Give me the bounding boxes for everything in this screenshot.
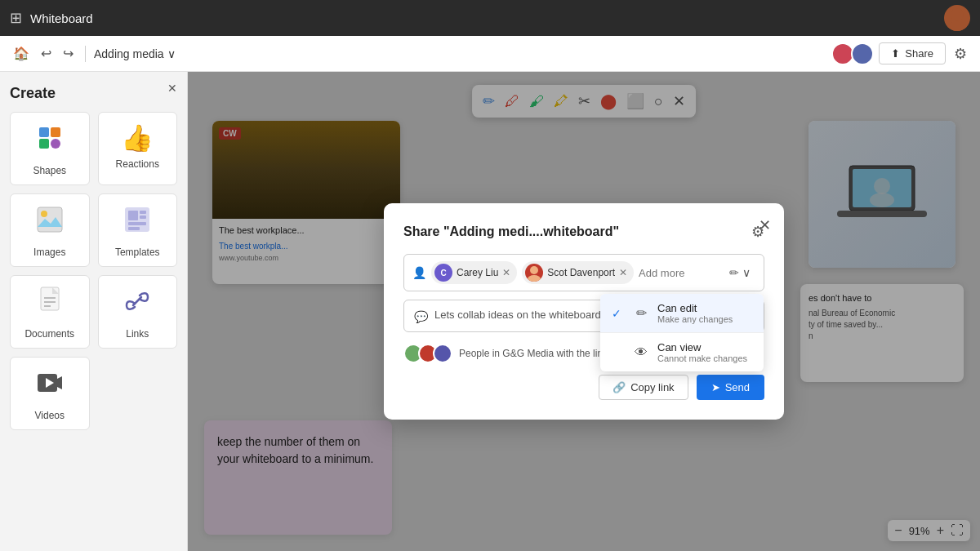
- share-overlay: Share "Adding medi....whiteboard" ⚙ ✕ 👤 …: [188, 72, 980, 551]
- sidebar: ✕ Create Shapes 👍 Reactions: [0, 72, 188, 551]
- send-label: Send: [725, 381, 750, 393]
- people-input-box[interactable]: 👤 C Carey Liu ✕ Scot Davenport ✕: [403, 254, 764, 291]
- can-view-label: Can view: [657, 341, 747, 353]
- breadcrumb-text: Adding media: [94, 47, 164, 60]
- person-chip-scot: Scot Davenport ✕: [522, 261, 634, 284]
- can-edit-label: Can edit: [657, 302, 733, 314]
- create-label: Create: [10, 85, 177, 102]
- breadcrumb[interactable]: Adding media ∨: [94, 47, 176, 60]
- share-button[interactable]: ⬆ Share: [879, 42, 946, 64]
- videos-icon: [34, 367, 65, 405]
- copy-icon: 🔗: [612, 381, 626, 393]
- send-button[interactable]: ➤ Send: [697, 375, 764, 400]
- svg-rect-11: [140, 211, 146, 214]
- sidebar-item-templates[interactable]: Templates: [98, 193, 178, 267]
- scot-remove-icon[interactable]: ✕: [619, 267, 627, 278]
- link-avatar-3: [433, 344, 452, 363]
- links-label: Links: [126, 328, 149, 340]
- send-icon: ➤: [711, 381, 720, 393]
- sidebar-item-documents[interactable]: Documents: [10, 275, 90, 349]
- copy-link-label: Copy link: [630, 381, 674, 393]
- divider: [85, 46, 86, 62]
- svg-point-8: [41, 211, 47, 217]
- svg-point-28: [530, 266, 538, 274]
- videos-label: Videos: [35, 410, 65, 421]
- svg-rect-14: [128, 227, 140, 230]
- templates-icon: [122, 204, 153, 242]
- svg-rect-12: [140, 216, 146, 219]
- dropdown-item-can-edit[interactable]: ✓ ✏ Can edit Make any changes: [600, 294, 764, 332]
- add-more-input[interactable]: [639, 267, 719, 279]
- can-edit-sublabel: Make any changes: [657, 314, 733, 324]
- modal-actions: 🔗 Copy link ➤ Send: [403, 375, 764, 400]
- grid-icon[interactable]: ⊞: [10, 9, 22, 27]
- main-area: ✕ Create Shapes 👍 Reactions: [0, 72, 980, 551]
- edit-icon: ✏: [633, 305, 649, 321]
- sidebar-item-reactions[interactable]: 👍 Reactions: [98, 112, 178, 185]
- share-icon: ⬆: [891, 47, 900, 60]
- action-buttons: 🔗 Copy link ➤ Send: [599, 375, 764, 400]
- collaborator-avatar-2[interactable]: [851, 42, 874, 65]
- templates-label: Templates: [115, 247, 160, 258]
- share-label: Share: [905, 47, 933, 60]
- people-icon: 👤: [412, 266, 426, 279]
- copy-link-button[interactable]: 🔗 Copy link: [599, 375, 688, 400]
- modal-header: Share "Adding medi....whiteboard" ⚙: [403, 223, 764, 241]
- home-icon[interactable]: 🏠: [10, 42, 33, 64]
- permission-dropdown-trigger[interactable]: ✏ ∨: [724, 263, 755, 282]
- svg-rect-6: [38, 207, 62, 232]
- sidebar-close-button[interactable]: ✕: [167, 82, 177, 95]
- documents-label: Documents: [24, 328, 74, 340]
- sidebar-item-videos[interactable]: Videos: [10, 357, 90, 430]
- svg-line-19: [133, 297, 141, 305]
- can-view-sublabel: Cannot make changes: [657, 353, 747, 363]
- canvas-area: ✏ 🖊 🖌 🖍 ✂ ⬤ ⬜ ○ ✕ CW The best workplace.…: [188, 72, 980, 551]
- sidebar-grid: Shapes 👍 Reactions Images: [10, 112, 177, 430]
- user-avatar[interactable]: [944, 5, 970, 31]
- scot-avatar: [525, 264, 543, 282]
- sidebar-item-links[interactable]: Links: [98, 275, 178, 349]
- reactions-label: Reactions: [116, 158, 159, 170]
- svg-rect-4: [39, 139, 49, 149]
- svg-rect-10: [128, 211, 138, 220]
- view-icon: 👁: [633, 345, 649, 360]
- svg-point-5: [51, 139, 60, 149]
- shapes-icon: [34, 122, 65, 160]
- svg-point-0: [951, 8, 964, 21]
- svg-marker-21: [57, 376, 62, 389]
- images-icon: [34, 204, 65, 242]
- share-modal: Share "Adding medi....whiteboard" ⚙ ✕ 👤 …: [384, 203, 784, 420]
- svg-rect-15: [41, 287, 59, 310]
- link-avatars: [403, 344, 452, 363]
- check-icon: ✓: [612, 307, 625, 320]
- breadcrumb-chevron: ∨: [167, 47, 176, 60]
- dropdown-item-can-view[interactable]: ✓ 👁 Can view Cannot make changes: [600, 333, 764, 371]
- shapes-label: Shapes: [33, 165, 66, 176]
- modal-close-button[interactable]: ✕: [759, 216, 771, 234]
- person-chip-carey: C Carey Liu ✕: [431, 261, 517, 284]
- svg-rect-13: [128, 222, 146, 225]
- svg-point-29: [528, 275, 541, 282]
- undo-icon[interactable]: ↩: [38, 42, 55, 64]
- svg-rect-2: [39, 127, 49, 137]
- dropdown-chevron-icon: ∨: [742, 266, 751, 279]
- images-label: Images: [33, 247, 65, 258]
- links-icon: [122, 286, 153, 323]
- collaborators-avatars: [831, 42, 874, 65]
- sidebar-item-images[interactable]: Images: [10, 193, 90, 267]
- svg-rect-3: [51, 127, 60, 137]
- sidebar-item-shapes[interactable]: Shapes: [10, 112, 90, 185]
- secondbar: 🏠 ↩ ↪ Adding media ∨ ⬆ Share ⚙: [0, 36, 980, 72]
- scot-name: Scot Davenport: [547, 267, 615, 278]
- settings-icon[interactable]: ⚙: [951, 42, 970, 66]
- carey-remove-icon[interactable]: ✕: [502, 267, 510, 278]
- carey-avatar: C: [434, 264, 452, 282]
- message-icon: 💬: [414, 310, 428, 323]
- documents-icon: [34, 286, 65, 323]
- modal-title: Share "Adding medi....whiteboard": [403, 224, 619, 239]
- carey-name: Carey Liu: [457, 267, 498, 278]
- redo-icon[interactable]: ↪: [60, 42, 77, 64]
- edit-pencil-icon: ✏: [729, 266, 739, 279]
- permission-dropdown: ✓ ✏ Can edit Make any changes ✓ 👁: [600, 294, 764, 371]
- reactions-icon: 👍: [121, 122, 154, 153]
